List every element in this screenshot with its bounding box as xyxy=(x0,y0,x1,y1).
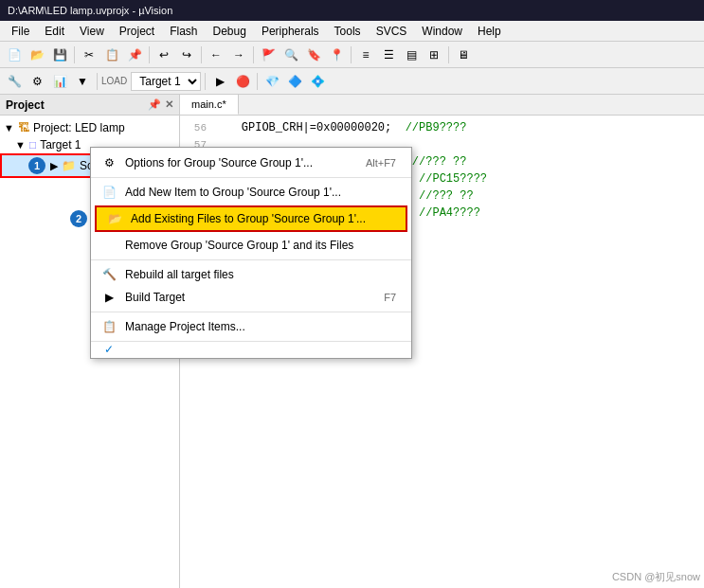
ctx-sep4 xyxy=(91,341,411,342)
save-btn[interactable]: 💾 xyxy=(49,45,70,65)
menu-bar: File Edit View Project Flash Debug Perip… xyxy=(0,21,704,42)
undo-btn[interactable]: ↩ xyxy=(153,45,174,65)
list1-btn[interactable]: ≡ xyxy=(355,45,376,65)
list4-btn[interactable]: ⊞ xyxy=(424,45,444,65)
toolbar-1: 📄 📂 💾 ✂ 📋 📌 ↩ ↪ ← → 🚩 🔍 🔖 📍 ≡ ☰ ▤ ⊞ 🖥 xyxy=(0,42,704,68)
title-bar: D:\ARM\LED lamp.uvprojx - µVision xyxy=(0,0,704,21)
sep2 xyxy=(149,46,150,63)
sep8 xyxy=(205,73,206,90)
ctx-sep3 xyxy=(91,312,411,312)
ctx-rebuild[interactable]: 🔨 Rebuild all target files xyxy=(91,263,411,286)
tb2-btn1[interactable]: 🔧 xyxy=(4,71,25,92)
sep6 xyxy=(448,46,449,63)
build-icon: ▶ xyxy=(100,289,117,306)
ctx-build[interactable]: ▶ Build Target F7 xyxy=(91,286,411,309)
main-layout: Project 📌 ✕ ▼ 🏗 Project: LED lamp ▼ □ Ta… xyxy=(0,95,704,588)
extra-btn[interactable]: 🖥 xyxy=(453,45,474,65)
ctx-sep2 xyxy=(91,259,411,260)
ctx-remove-group[interactable]: Remove Group 'Source Group 1' and its Fi… xyxy=(91,234,411,257)
cut-btn[interactable]: ✂ xyxy=(79,45,99,65)
back-btn[interactable]: ← xyxy=(206,45,226,65)
ctx-options-shortcut: Alt+F7 xyxy=(366,157,396,169)
remove-icon xyxy=(100,237,117,254)
tb2-btn4[interactable]: ▼ xyxy=(72,71,93,92)
target-select[interactable]: Target 1 xyxy=(131,72,201,91)
nav-btn[interactable]: 📍 xyxy=(326,45,347,65)
menu-flash[interactable]: Flash xyxy=(162,23,205,40)
add-existing-icon: 📂 xyxy=(106,210,123,227)
ctx-remove-label: Remove Group 'Source Group 1' and its Fi… xyxy=(125,239,353,252)
ctx-add-existing-wrapper: 2 📂 Add Existing Files to Group 'Source … xyxy=(91,204,411,234)
options-icon: ⚙ xyxy=(100,154,117,171)
toolbar-2: 🔧 ⚙ 📊 ▼ LOAD Target 1 ▶ 🔴 💎 🔷 💠 xyxy=(0,68,704,95)
tb2-btn2[interactable]: ⚙ xyxy=(27,71,47,92)
sep7 xyxy=(97,73,98,90)
ctx-add-existing-label: Add Existing Files to Group 'Source Grou… xyxy=(131,212,366,225)
ctx-build-label: Build Target xyxy=(125,291,185,304)
manage-icon: 📋 xyxy=(100,318,117,335)
sep5 xyxy=(351,46,352,63)
ctx-build-shortcut: F7 xyxy=(384,292,396,303)
open-btn[interactable]: 📂 xyxy=(27,45,47,65)
rebuild-icon: 🔨 xyxy=(100,266,117,283)
context-menu: ⚙ Options for Group 'Source Group 1'... … xyxy=(90,147,412,359)
redo-btn[interactable]: ↪ xyxy=(176,45,197,65)
ctx-manage-label: Manage Project Items... xyxy=(125,320,245,333)
menu-tools[interactable]: Tools xyxy=(327,23,369,40)
tb2-btn5[interactable]: ▶ xyxy=(209,71,230,92)
list3-btn[interactable]: ▤ xyxy=(401,45,422,65)
badge-2: 2 xyxy=(70,210,87,227)
check-icon: ✓ xyxy=(100,341,117,358)
sep1 xyxy=(74,46,75,63)
find-btn[interactable]: 🔍 xyxy=(280,45,301,65)
ctx-manage[interactable]: 📋 Manage Project Items... xyxy=(91,315,411,338)
flag-btn[interactable]: 🚩 xyxy=(258,45,279,65)
tb2-btn8[interactable]: 🔷 xyxy=(284,71,305,92)
ctx-show-include[interactable]: ✓ xyxy=(91,345,411,354)
ctx-sep1 xyxy=(91,177,411,178)
bookmark-btn[interactable]: 🔖 xyxy=(303,45,324,65)
context-menu-overlay[interactable]: ⚙ Options for Group 'Source Group 1'... … xyxy=(0,95,704,588)
ctx-add-new-label: Add New Item to Group 'Source Group 1'..… xyxy=(125,186,341,199)
tb2-btn6[interactable]: 🔴 xyxy=(232,71,253,92)
fwd-btn[interactable]: → xyxy=(228,45,249,65)
load-label: LOAD xyxy=(101,76,127,86)
paste-btn[interactable]: 📌 xyxy=(124,45,145,65)
menu-window[interactable]: Window xyxy=(414,23,470,40)
menu-debug[interactable]: Debug xyxy=(206,23,254,40)
menu-edit[interactable]: Edit xyxy=(37,23,72,40)
list2-btn[interactable]: ☰ xyxy=(378,45,399,65)
menu-help[interactable]: Help xyxy=(470,23,509,40)
tb2-btn7[interactable]: 💎 xyxy=(262,71,282,92)
menu-view[interactable]: View xyxy=(72,23,112,40)
title-text: D:\ARM\LED lamp.uvprojx - µVision xyxy=(8,5,172,16)
menu-project[interactable]: Project xyxy=(112,23,162,40)
copy-btn[interactable]: 📋 xyxy=(101,45,122,65)
menu-svcs[interactable]: SVCS xyxy=(369,23,415,40)
tb2-btn9[interactable]: 💠 xyxy=(307,71,328,92)
add-new-icon: 📄 xyxy=(100,184,117,201)
sep3 xyxy=(201,46,202,63)
ctx-options-label: Options for Group 'Source Group 1'... xyxy=(125,156,313,169)
menu-file[interactable]: File xyxy=(4,23,37,40)
sep9 xyxy=(257,73,258,90)
sep4 xyxy=(253,46,254,63)
menu-peripherals[interactable]: Peripherals xyxy=(254,23,327,40)
ctx-add-new[interactable]: 📄 Add New Item to Group 'Source Group 1'… xyxy=(91,181,411,204)
ctx-add-existing[interactable]: 📂 Add Existing Files to Group 'Source Gr… xyxy=(95,205,407,232)
ctx-options[interactable]: ⚙ Options for Group 'Source Group 1'... … xyxy=(91,151,411,174)
tb2-btn3[interactable]: 📊 xyxy=(49,71,70,92)
new-btn[interactable]: 📄 xyxy=(4,45,25,65)
ctx-rebuild-label: Rebuild all target files xyxy=(125,268,234,281)
